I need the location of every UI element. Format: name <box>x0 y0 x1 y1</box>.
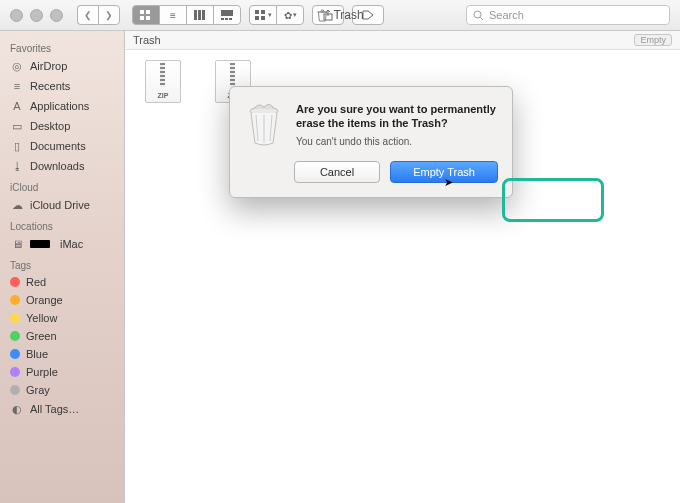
gallery-icon <box>221 10 233 20</box>
forward-button[interactable]: ❯ <box>98 5 120 25</box>
svg-rect-5 <box>198 10 201 20</box>
svg-rect-9 <box>225 18 228 20</box>
sidebar-item-label: iCloud Drive <box>30 199 90 211</box>
sidebar-item-label: All Tags… <box>30 403 79 415</box>
action-menu-button[interactable]: ✿▾ <box>276 5 304 25</box>
zoom-window-button[interactable] <box>50 9 63 22</box>
dialog-heading: Are you sure you want to permanently era… <box>296 103 498 131</box>
sidebar-item-imac[interactable]: 🖥iMac <box>0 234 124 254</box>
alltags-icon: ◐ <box>10 402 24 416</box>
desktop-icon: ▭ <box>10 119 24 133</box>
empty-trash-button[interactable]: Empty Trash ➤ <box>390 161 498 183</box>
sidebar-header-locations: Locations <box>0 215 124 234</box>
search-field[interactable]: Search <box>466 5 670 25</box>
title-bar: ❮ ❯ ≡ ▾ ✿▾ <box>0 0 680 31</box>
mouse-cursor-icon: ➤ <box>444 176 453 189</box>
content-area: Trash Empty ZIP ZIP <box>125 31 680 503</box>
search-placeholder: Search <box>489 9 524 21</box>
svg-point-17 <box>474 11 481 18</box>
sidebar-item-label: Downloads <box>30 160 84 172</box>
tag-dot-icon <box>10 313 20 323</box>
group-by-button[interactable]: ▾ <box>249 5 277 25</box>
svg-rect-7 <box>221 10 233 16</box>
downloads-icon: ⭳ <box>10 159 24 173</box>
minimize-window-button[interactable] <box>30 9 43 22</box>
sidebar-item-airdrop[interactable]: ◎AirDrop <box>0 56 124 76</box>
dialog-subtext: You can't undo this action. <box>296 136 498 147</box>
airdrop-icon: ◎ <box>10 59 24 73</box>
column-view-button[interactable] <box>186 5 214 25</box>
dialog-button-row: Cancel Empty Trash ➤ <box>244 161 498 183</box>
svg-line-18 <box>481 17 484 20</box>
dialog-backdrop: Are you sure you want to permanently era… <box>125 31 680 503</box>
sidebar-item-recents[interactable]: ≡Recents <box>0 76 124 96</box>
sidebar-tag-blue[interactable]: Blue <box>0 345 124 363</box>
sidebar-item-label: Red <box>26 276 46 288</box>
sidebar-item-icloud-drive[interactable]: ☁iCloud Drive <box>0 195 124 215</box>
svg-rect-8 <box>221 18 224 20</box>
sidebar-item-downloads[interactable]: ⭳Downloads <box>0 156 124 176</box>
sidebar-item-label: iMac <box>60 238 83 250</box>
sidebar-tag-red[interactable]: Red <box>0 273 124 291</box>
search-icon <box>473 10 484 21</box>
tutorial-highlight-box <box>502 178 604 222</box>
sidebar-item-applications[interactable]: AApplications <box>0 96 124 116</box>
trash-bin-icon <box>244 103 284 147</box>
sidebar-item-label: Green <box>26 330 57 342</box>
tag-dot-icon <box>10 349 20 359</box>
tag-icon <box>362 10 374 20</box>
sidebar-tag-green[interactable]: Green <box>0 327 124 345</box>
svg-rect-11 <box>255 10 259 14</box>
redacted-block <box>30 240 50 248</box>
svg-rect-10 <box>229 18 232 20</box>
svg-rect-13 <box>255 16 259 20</box>
sidebar: Favorites ◎AirDrop ≡Recents AApplication… <box>0 31 125 503</box>
back-button[interactable]: ❮ <box>77 5 98 25</box>
trash-icon <box>316 9 328 22</box>
arrange-group: ▾ ✿▾ <box>249 5 304 25</box>
documents-icon: ▯ <box>10 139 24 153</box>
sidebar-item-label: Documents <box>30 140 86 152</box>
sidebar-header-favorites: Favorites <box>0 37 124 56</box>
sidebar-header-tags: Tags <box>0 254 124 273</box>
sidebar-item-label: Desktop <box>30 120 70 132</box>
tag-dot-icon <box>10 295 20 305</box>
sidebar-item-label: Purple <box>26 366 58 378</box>
columns-icon <box>194 10 206 20</box>
imac-icon: 🖥 <box>10 237 24 251</box>
gallery-view-button[interactable] <box>213 5 241 25</box>
sidebar-all-tags[interactable]: ◐All Tags… <box>0 399 124 419</box>
tag-dot-icon <box>10 385 20 395</box>
icon-view-button[interactable] <box>132 5 160 25</box>
sidebar-item-label: Blue <box>26 348 48 360</box>
tag-dot-icon <box>10 367 20 377</box>
svg-rect-12 <box>261 10 265 14</box>
sidebar-header-icloud: iCloud <box>0 176 124 195</box>
svg-rect-3 <box>146 16 150 20</box>
sidebar-item-label: Yellow <box>26 312 57 324</box>
sidebar-item-desktop[interactable]: ▭Desktop <box>0 116 124 136</box>
grid-icon <box>140 10 152 20</box>
traffic-lights <box>0 9 63 22</box>
cancel-button[interactable]: Cancel <box>294 161 380 183</box>
apps-icon: A <box>10 99 24 113</box>
svg-rect-1 <box>146 10 150 14</box>
svg-rect-6 <box>202 10 205 20</box>
icloud-icon: ☁ <box>10 198 24 212</box>
sidebar-item-label: Gray <box>26 384 50 396</box>
sidebar-tag-purple[interactable]: Purple <box>0 363 124 381</box>
sidebar-item-label: AirDrop <box>30 60 67 72</box>
list-view-button[interactable]: ≡ <box>159 5 187 25</box>
empty-trash-dialog: Are you sure you want to permanently era… <box>229 86 513 198</box>
svg-rect-4 <box>194 10 197 20</box>
recents-icon: ≡ <box>10 79 24 93</box>
sidebar-item-documents[interactable]: ▯Documents <box>0 136 124 156</box>
sidebar-tag-gray[interactable]: Gray <box>0 381 124 399</box>
close-window-button[interactable] <box>10 9 23 22</box>
sidebar-tag-orange[interactable]: Orange <box>0 291 124 309</box>
sidebar-tag-yellow[interactable]: Yellow <box>0 309 124 327</box>
stack-icon <box>255 10 267 20</box>
finder-window: ❮ ❯ ≡ ▾ ✿▾ <box>0 0 680 503</box>
tag-dot-icon <box>10 277 20 287</box>
tag-dot-icon <box>10 331 20 341</box>
